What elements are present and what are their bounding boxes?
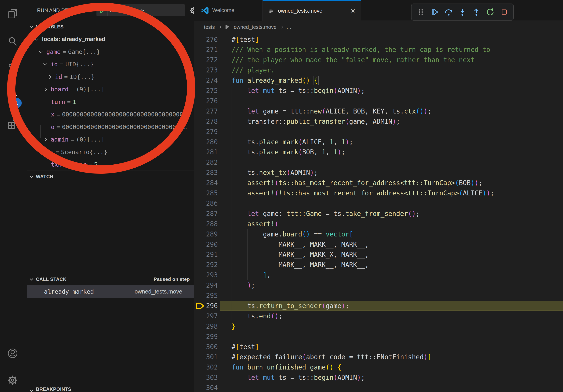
variable-name: id xyxy=(55,73,62,80)
line-number: 302 xyxy=(194,363,218,371)
settings-gear-icon[interactable] xyxy=(7,375,18,386)
code-line: 293], xyxy=(194,270,563,280)
line-number: 288 xyxy=(194,220,218,228)
breadcrumb[interactable]: tests owned_tests.move … xyxy=(194,21,563,33)
equals-sign: = xyxy=(70,136,74,143)
debug-toolbar xyxy=(411,3,514,21)
line-number: 297 xyxy=(194,312,218,320)
variable-value: (0)[...] xyxy=(76,136,104,143)
drag-handle-icon[interactable] xyxy=(416,7,425,17)
account-icon[interactable] xyxy=(7,348,18,359)
start-debug-button[interactable] xyxy=(96,4,107,16)
variable-row[interactable]: o=0000000000000000000000000000000000… xyxy=(27,121,194,133)
code-line: 281ts.place_mark(BOB, 1, 1); xyxy=(194,147,563,157)
chevron-down-icon xyxy=(39,150,42,153)
line-number: 293 xyxy=(194,271,218,279)
tab-welcome[interactable]: Welcome xyxy=(194,0,263,21)
call-stack-section-header[interactable]: CALL STACK Paused on step xyxy=(27,273,194,285)
line-number: 289 xyxy=(194,230,218,238)
code-line: 288assert!( xyxy=(194,219,563,229)
variable-row[interactable]: id=UID{...} xyxy=(27,58,194,71)
chevron-down-icon xyxy=(39,49,42,53)
line-number: 287 xyxy=(194,210,218,218)
variable-row[interactable]: id=ID{...} xyxy=(27,71,194,83)
equals-sign: = xyxy=(67,99,71,105)
variable-row[interactable]: board=(9)[...] xyxy=(27,83,194,96)
chevron-right-icon xyxy=(48,75,51,78)
code-line: 270#[test] xyxy=(194,34,563,45)
paused-status-badge: Paused on step xyxy=(154,276,190,282)
variable-value: ID{...} xyxy=(70,73,94,80)
debug-settings-gear-icon[interactable] xyxy=(189,6,194,15)
close-icon[interactable]: ✕ xyxy=(351,8,356,14)
step-out-button[interactable] xyxy=(472,7,481,17)
step-over-button[interactable] xyxy=(444,7,453,17)
search-icon[interactable] xyxy=(7,36,18,47)
explorer-icon[interactable] xyxy=(7,8,18,19)
code-line: 286 xyxy=(194,198,563,209)
code-line: 296ts.return_to_sender(game); xyxy=(194,301,563,311)
step-into-button[interactable] xyxy=(458,7,467,17)
restart-button[interactable] xyxy=(486,7,495,17)
chevron-right-icon xyxy=(43,138,47,141)
variables-section-header[interactable]: VARIABLES xyxy=(27,21,194,33)
call-stack-frame-row[interactable]: already_marked owned_tests.move xyxy=(27,285,194,298)
breakpoints-section-header[interactable]: BREAKPOINTS xyxy=(27,384,194,392)
code-editor[interactable]: 270#[test]271/// When a position is alre… xyxy=(194,33,563,392)
variable-row[interactable]: x=0000000000000000000000000000000000… xyxy=(27,108,194,121)
code-line: 280ts.place_mark(ALICE, 1, 1); xyxy=(194,137,563,147)
panel-header: RUN AND DEBUG No Configurations ··· xyxy=(27,0,194,21)
debug-config-dropdown[interactable]: No Configurations xyxy=(96,4,185,16)
line-number: 272 xyxy=(194,56,218,64)
variable-value: Scenario{...} xyxy=(61,149,107,156)
breadcrumb-item-file[interactable]: owned_tests.move xyxy=(234,24,277,30)
line-number: 279 xyxy=(194,128,218,136)
code-line: 284assert!(ts::has_most_recent_for_addre… xyxy=(194,178,563,188)
line-number: 294 xyxy=(194,281,218,289)
variables-scope-row[interactable]: locals: already_marked xyxy=(27,33,194,46)
watch-section-header[interactable]: WATCH xyxy=(27,170,194,182)
line-number: 281 xyxy=(194,148,218,156)
line-number: 285 xyxy=(194,189,218,197)
tab-label: Welcome xyxy=(212,7,234,13)
line-number: 303 xyxy=(194,374,218,381)
extensions-icon[interactable] xyxy=(7,118,18,129)
line-number: 283 xyxy=(194,169,218,176)
code-line: 295 xyxy=(194,290,563,301)
variables-header-label: VARIABLES xyxy=(36,24,64,30)
variable-name: ts xyxy=(46,149,53,156)
variable-value: 5 xyxy=(94,161,98,168)
code-line: 277let game = ttt::new(ALICE, BOB, KEY, … xyxy=(194,106,563,116)
code-line: 276 xyxy=(194,96,563,106)
code-line: 290MARK__, MARK__, MARK__, xyxy=(194,239,563,249)
chevron-down-icon xyxy=(30,388,33,392)
line-number: 295 xyxy=(194,292,218,300)
equals-sign: = xyxy=(70,86,74,93)
code-line: 274fun already_marked() { xyxy=(194,75,563,86)
variable-row[interactable]: ts=Scenario{...} xyxy=(27,146,194,158)
code-line: 291MARK__, MARK_X, MARK__, xyxy=(194,249,563,260)
code-line: 285assert!(!ts::has_most_recent_for_addr… xyxy=(194,188,563,198)
chevron-down-icon xyxy=(30,25,33,28)
line-number: 274 xyxy=(194,77,218,84)
code-line: 278transfer::public_transfer(game, ADMIN… xyxy=(194,116,563,127)
line-number: 301 xyxy=(194,353,218,361)
variable-row[interactable]: txn_number=5 xyxy=(27,158,194,171)
frame-function-name: already_marked xyxy=(44,288,94,295)
continue-button[interactable] xyxy=(430,7,439,17)
breadcrumb-item-tests[interactable]: tests xyxy=(204,24,215,30)
variable-row[interactable]: turn=1 xyxy=(27,96,194,108)
stop-button[interactable] xyxy=(499,7,509,17)
code-line: 289game.board() == vector[ xyxy=(194,229,563,239)
variable-row[interactable]: game=Game{...} xyxy=(27,46,194,58)
tab-owned-tests-move[interactable]: owned_tests.move ✕ xyxy=(263,0,361,21)
call-stack-header-label: CALL STACK xyxy=(36,276,66,282)
line-number: 277 xyxy=(194,107,218,115)
variable-name: turn xyxy=(51,99,65,105)
variable-value: Game{...} xyxy=(68,48,100,55)
source-control-icon[interactable] xyxy=(7,63,18,74)
breadcrumb-item-symbol[interactable]: … xyxy=(286,24,292,30)
code-line: 273/// player. xyxy=(194,65,563,75)
variable-row[interactable]: admin=(0)[...] xyxy=(27,133,194,146)
code-line: 301#[expected_failure(abort_code = ttt::… xyxy=(194,352,563,362)
